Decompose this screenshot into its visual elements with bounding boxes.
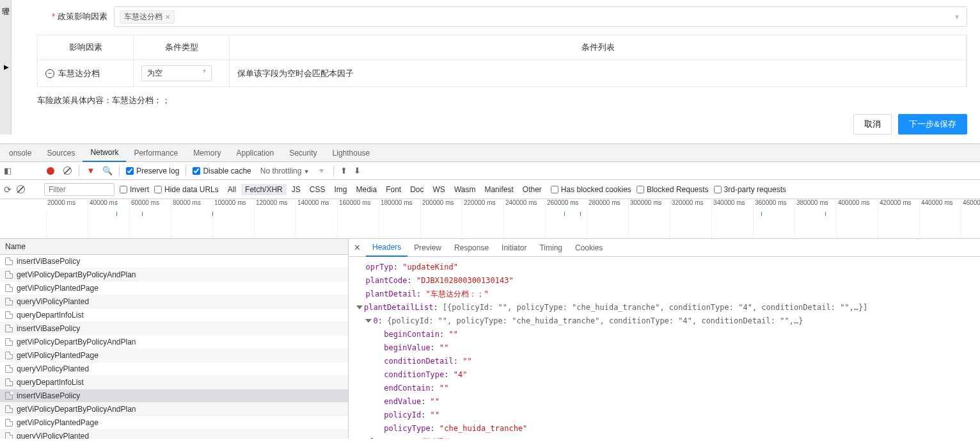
timeline-tick: 240000 ms xyxy=(503,199,545,211)
timeline-tick: 340000 ms xyxy=(711,199,753,211)
timeline-tick: 420000 ms xyxy=(878,199,919,211)
filter-type-ws[interactable]: WS xyxy=(429,184,449,195)
has-blocked-checkbox[interactable]: Has blocked cookies xyxy=(551,185,631,194)
close-detail-icon[interactable]: ✕ xyxy=(349,243,366,252)
clear-icon[interactable] xyxy=(62,166,72,176)
request-row[interactable]: insertViBasePolicy xyxy=(0,389,348,403)
record-icon[interactable] xyxy=(45,166,56,176)
cond-type-select[interactable]: 为空 ▼ xyxy=(141,65,212,81)
th-cond-list: 条件列表 xyxy=(230,35,967,60)
devtools-filterbar: ⟳ Invert Hide data URLs AllFetch/XHRJSCS… xyxy=(0,180,980,199)
download-icon[interactable]: ⬇ xyxy=(354,166,361,175)
filter-type-font[interactable]: Font xyxy=(382,184,405,195)
devtools-tab-memory[interactable]: Memory xyxy=(186,144,228,162)
timeline-tick: 320000 ms xyxy=(670,199,711,211)
filter-icon[interactable]: ▼ xyxy=(86,166,96,176)
throttling-select[interactable]: No throttling ▼ xyxy=(258,167,312,175)
filter-type-other[interactable]: Other xyxy=(519,184,546,195)
json-preview[interactable]: oprTyp: "updateKind" plantCode: "DJBX102… xyxy=(349,257,980,439)
request-row[interactable]: getViPolicyDepartByPolicyAndPlan xyxy=(0,268,348,282)
request-name: getViPolicyDepartByPolicyAndPlan xyxy=(17,337,136,346)
remove-row-icon[interactable]: − xyxy=(45,69,54,78)
collapse-arrow-icon[interactable]: ▶ xyxy=(3,63,10,70)
detail-tab-initiator[interactable]: Initiator xyxy=(495,239,533,257)
tag-chip[interactable]: 车慧达分档 ✕ xyxy=(120,10,175,24)
cond-text-cell: 保单该字段为空时会匹配本因子 xyxy=(230,60,967,86)
file-icon xyxy=(5,419,13,427)
filter-type-js[interactable]: JS xyxy=(288,184,304,195)
policy-factor-select[interactable]: 车慧达分档 ✕ ▼ xyxy=(114,6,967,27)
hide-data-checkbox[interactable]: Hide data URLs xyxy=(154,185,219,194)
detail-tab-headers[interactable]: Headers xyxy=(366,239,407,257)
upload-icon[interactable]: ⬆ xyxy=(340,166,347,175)
devtools-tab-security[interactable]: Security xyxy=(281,144,324,162)
file-icon xyxy=(5,284,13,292)
filter-type-all[interactable]: All xyxy=(224,184,240,195)
search-icon[interactable]: 🔍 xyxy=(102,166,113,176)
request-name: getViPolicyPlantedPage xyxy=(17,418,99,427)
request-name: insertViBasePolicy xyxy=(17,257,80,266)
inspect-icon[interactable]: ◧ xyxy=(4,166,12,175)
request-row[interactable]: queryViPolicyPlanted xyxy=(0,295,348,309)
chip-remove-icon[interactable]: ✕ xyxy=(165,13,170,20)
request-name: getViPolicyDepartByPolicyAndPlan xyxy=(17,405,136,414)
filter-type-media[interactable]: Media xyxy=(352,184,381,195)
devtools-tab-performance[interactable]: Performance xyxy=(126,144,186,162)
timeline-tick: 100000 ms xyxy=(212,199,254,211)
devtools-panel: onsoleSourcesNetworkPerformanceMemoryApp… xyxy=(0,143,980,439)
blocked-req-checkbox[interactable]: Blocked Requests xyxy=(636,185,709,194)
devtools-tab-onsole[interactable]: onsole xyxy=(1,144,39,162)
timeline-tick: 180000 ms xyxy=(379,199,420,211)
request-row[interactable]: queryViPolicyPlanted xyxy=(0,362,348,376)
file-icon xyxy=(5,325,13,332)
filter-type-img[interactable]: Img xyxy=(330,184,351,195)
preserve-log-checkbox[interactable]: Preserve log xyxy=(126,167,179,175)
wifi-icon[interactable]: ᯤ xyxy=(319,166,327,175)
filter-type-fetch-xhr[interactable]: Fetch/XHR xyxy=(241,184,287,195)
timeline-tick: 60000 ms xyxy=(129,199,171,211)
filter-type-manifest[interactable]: Manifest xyxy=(480,184,517,195)
devtools-tab-lighthouse[interactable]: Lighthouse xyxy=(325,144,378,162)
request-name: getViPolicyDepartByPolicyAndPlan xyxy=(17,270,136,279)
filter-type-doc[interactable]: Doc xyxy=(406,184,427,195)
invert-checkbox[interactable]: Invert xyxy=(120,185,149,194)
timeline[interactable]: 20000 ms40000 ms60000 ms80000 ms100000 m… xyxy=(0,199,980,239)
clear2-icon[interactable] xyxy=(15,184,26,195)
devtools-tab-application[interactable]: Application xyxy=(228,144,281,162)
name-column-header[interactable]: Name xyxy=(0,239,348,255)
request-row[interactable]: getViPolicyDepartByPolicyAndPlan xyxy=(0,403,348,416)
request-row[interactable]: getViPolicyPlantedPage xyxy=(0,416,348,430)
timeline-tick: 300000 ms xyxy=(628,199,670,211)
detail-tab-preview[interactable]: Preview xyxy=(407,239,448,257)
request-name: queryDepartInfoList xyxy=(17,311,84,320)
disable-cache-checkbox[interactable]: Disable cache xyxy=(193,167,251,175)
next-save-button[interactable]: 下一步&保存 xyxy=(898,114,967,134)
detail-tab-response[interactable]: Response xyxy=(448,239,495,257)
timeline-tick: 360000 ms xyxy=(753,199,794,211)
request-row[interactable]: queryViPolicyPlanted xyxy=(0,430,348,439)
request-row[interactable]: getViPolicyPlantedPage xyxy=(0,282,348,295)
reload-icon[interactable]: ⟳ xyxy=(4,184,12,195)
file-icon xyxy=(5,352,13,359)
devtools-tab-sources[interactable]: Sources xyxy=(39,144,83,162)
left-panel-label: 管理 ▶ xyxy=(0,0,12,134)
request-row[interactable]: getViPolicyDepartByPolicyAndPlan xyxy=(0,336,348,349)
cancel-button[interactable]: 取消 xyxy=(853,114,892,134)
filter-type-wasm[interactable]: Wasm xyxy=(450,184,480,195)
detail-tab-cookies[interactable]: Cookies xyxy=(569,239,609,257)
filter-type-css[interactable]: CSS xyxy=(306,184,329,195)
request-row[interactable]: insertViBasePolicy xyxy=(0,322,348,336)
request-row[interactable]: queryDepartInfoList xyxy=(0,309,348,322)
third-party-checkbox[interactable]: 3rd-party requests xyxy=(714,185,786,194)
request-list: Name insertViBasePolicygetViPolicyDepart… xyxy=(0,239,349,439)
filter-input[interactable] xyxy=(44,183,115,196)
policy-factor-label: *政策影响因素 xyxy=(37,11,107,22)
request-row[interactable]: insertViBasePolicy xyxy=(0,255,348,268)
file-icon xyxy=(5,311,13,319)
detail-tab-timing[interactable]: Timing xyxy=(533,239,569,257)
request-row[interactable]: getViPolicyPlantedPage xyxy=(0,349,348,362)
devtools-tab-network[interactable]: Network xyxy=(83,144,126,162)
request-row[interactable]: queryDepartInfoList xyxy=(0,376,348,389)
timeline-tick: 80000 ms xyxy=(171,199,212,211)
file-icon xyxy=(5,298,13,305)
